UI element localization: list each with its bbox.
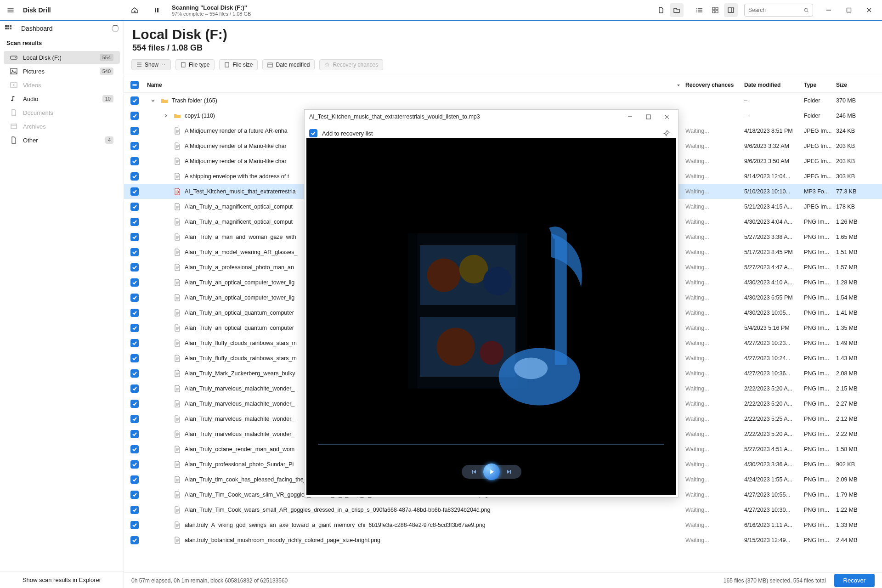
row-checkbox[interactable] xyxy=(130,536,139,544)
show-in-explorer-link[interactable]: Show scan results in Explorer xyxy=(0,571,124,588)
row-checkbox[interactable] xyxy=(130,475,139,484)
row-checkbox[interactable] xyxy=(130,142,139,150)
preview-close-button[interactable] xyxy=(660,110,673,124)
cell-size: 1.28 MB xyxy=(836,279,874,286)
preview-minimize-button[interactable] xyxy=(623,110,637,124)
prev-track-icon[interactable] xyxy=(471,469,477,475)
sidebar-item-archives[interactable]: Archives xyxy=(4,120,120,133)
row-checkbox[interactable] xyxy=(130,172,139,181)
sidebar-dashboard[interactable]: Dashboard xyxy=(21,25,53,32)
col-name[interactable]: Name xyxy=(145,82,676,88)
row-checkbox[interactable] xyxy=(130,309,139,317)
folder-icon[interactable] xyxy=(670,3,684,17)
minimize-button[interactable] xyxy=(820,1,838,19)
cell-date: 9/6/2023 3:32 AM xyxy=(744,143,804,149)
row-checkbox[interactable] xyxy=(130,369,139,378)
row-checkbox[interactable] xyxy=(130,248,139,256)
cell-type: PNG Im... xyxy=(804,416,836,422)
cell-date: 4/27/2023 10:23... xyxy=(744,340,804,346)
row-checkbox[interactable] xyxy=(130,96,139,105)
table-row[interactable]: Alan_Truly_Tim_Cook_wears_small_AR_goggl… xyxy=(124,502,882,517)
footer-status-right: 165 files (370 MB) selected, 554 files t… xyxy=(724,577,826,584)
row-checkbox[interactable] xyxy=(130,521,139,529)
col-type[interactable]: Type xyxy=(804,82,836,88)
sidebar-item-local-disk-f-[interactable]: Local Disk (F:)554 xyxy=(4,51,120,64)
expander-icon[interactable] xyxy=(164,113,170,118)
sidebar-item-documents[interactable]: Documents xyxy=(4,106,120,119)
doc-icon xyxy=(174,339,181,347)
row-checkbox[interactable] xyxy=(130,384,139,393)
doc-icon xyxy=(174,370,181,377)
list-view-icon[interactable] xyxy=(693,3,707,17)
table-row[interactable]: alan.truly_botanical_mushroom_moody_rich… xyxy=(124,532,882,548)
cell-type: PNG Im... xyxy=(804,476,836,483)
sidebar-item-videos[interactable]: Videos xyxy=(4,79,120,91)
close-button[interactable] xyxy=(860,1,878,19)
row-checkbox[interactable] xyxy=(130,324,139,332)
expander-icon[interactable] xyxy=(151,98,157,103)
filter-file-size[interactable]: File size xyxy=(219,59,258,70)
sidebar-item-other[interactable]: Other4 xyxy=(4,134,120,147)
preview-maximize-button[interactable] xyxy=(641,110,655,124)
cell-size: 2.27 MB xyxy=(836,401,874,407)
row-checkbox[interactable] xyxy=(130,339,139,347)
row-checkbox[interactable] xyxy=(130,460,139,469)
sidebar-item-audio[interactable]: Audio10 xyxy=(4,92,120,105)
row-checkbox[interactable] xyxy=(130,263,139,271)
row-checkbox[interactable] xyxy=(130,294,139,302)
cell-type: Folder xyxy=(804,113,836,119)
file-icon[interactable] xyxy=(654,3,668,17)
filter-file-type[interactable]: File type xyxy=(175,59,215,70)
col-recovery[interactable]: Recovery chances xyxy=(685,82,744,88)
table-row[interactable]: Trash folder (165)–Folder370 MB xyxy=(124,93,882,108)
add-to-recovery-checkbox[interactable] xyxy=(309,129,317,137)
sidebar-item-label: Audio xyxy=(23,96,38,102)
filter-date-modified[interactable]: Date modified xyxy=(262,59,315,70)
row-checkbox[interactable] xyxy=(130,445,139,453)
sort-arrow-down-icon[interactable] xyxy=(676,83,681,87)
row-checkbox[interactable] xyxy=(130,491,139,499)
col-date[interactable]: Date modified xyxy=(744,82,804,88)
row-checkbox[interactable] xyxy=(130,157,139,165)
menu-icon[interactable] xyxy=(4,3,17,17)
recover-button[interactable]: Recover xyxy=(834,574,875,587)
row-checkbox[interactable] xyxy=(130,400,139,408)
row-checkbox[interactable] xyxy=(130,354,139,362)
table-row[interactable]: alan.truly_A_viking_god_swings_an_axe_to… xyxy=(124,517,882,532)
sidebar-badge: 10 xyxy=(102,95,113,102)
home-icon[interactable] xyxy=(128,3,141,17)
cell-date: 4/27/2023 10:36... xyxy=(744,370,804,377)
row-checkbox[interactable] xyxy=(130,506,139,514)
search-input[interactable] xyxy=(744,4,813,17)
row-checkbox[interactable] xyxy=(130,430,139,438)
svg-line-12 xyxy=(807,11,808,12)
doc-icon xyxy=(174,446,181,453)
row-checkbox[interactable] xyxy=(130,278,139,287)
panel-toggle-icon[interactable] xyxy=(724,3,738,17)
next-track-icon[interactable] xyxy=(506,469,512,475)
row-checkbox[interactable] xyxy=(130,112,139,120)
row-checkbox[interactable] xyxy=(130,233,139,241)
cell-size: 77.3 KB xyxy=(836,188,874,195)
cell-size: 2.12 MB xyxy=(836,416,874,422)
row-checkbox[interactable] xyxy=(130,203,139,211)
row-checkbox[interactable] xyxy=(130,415,139,423)
grid-view-icon[interactable] xyxy=(708,3,722,17)
show-dropdown[interactable]: Show xyxy=(131,59,171,70)
file-name: Alan_Truly_a_magnificent_optical_comput xyxy=(185,219,293,225)
row-checkbox[interactable] xyxy=(130,187,139,196)
app-title: Disk Drill xyxy=(23,6,51,14)
row-checkbox[interactable] xyxy=(130,127,139,135)
pause-icon[interactable] xyxy=(150,3,164,17)
filter-recovery-chances[interactable]: Recovery chances xyxy=(319,59,383,70)
col-size[interactable]: Size xyxy=(836,82,874,88)
row-checkbox[interactable] xyxy=(130,218,139,226)
select-all-checkbox[interactable] xyxy=(130,81,139,89)
cell-recovery: Waiting... xyxy=(685,446,744,452)
sidebar-item-pictures[interactable]: Pictures540 xyxy=(4,65,120,78)
maximize-button[interactable] xyxy=(840,1,858,19)
progress-bar[interactable] xyxy=(318,444,664,445)
cell-type: JPEG Im... xyxy=(804,173,836,180)
file-name: A Midjourney render of a Mario-like char xyxy=(185,143,287,149)
play-button[interactable] xyxy=(483,464,500,480)
